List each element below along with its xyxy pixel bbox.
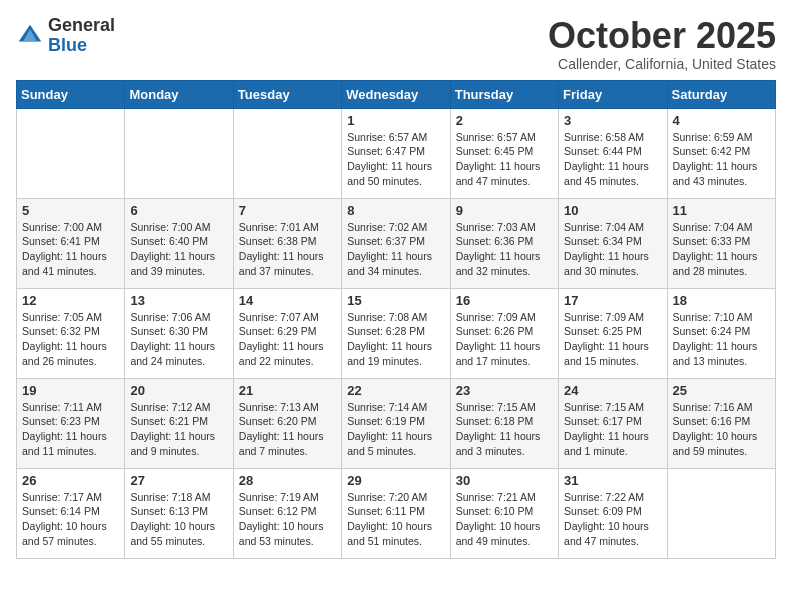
day-info: Sunrise: 7:20 AM Sunset: 6:11 PM Dayligh… <box>347 490 444 549</box>
calendar-week-4: 19Sunrise: 7:11 AM Sunset: 6:23 PM Dayli… <box>17 378 776 468</box>
calendar-cell: 17Sunrise: 7:09 AM Sunset: 6:25 PM Dayli… <box>559 288 667 378</box>
day-info: Sunrise: 7:04 AM Sunset: 6:33 PM Dayligh… <box>673 220 770 279</box>
calendar-cell: 6Sunrise: 7:00 AM Sunset: 6:40 PM Daylig… <box>125 198 233 288</box>
day-info: Sunrise: 7:19 AM Sunset: 6:12 PM Dayligh… <box>239 490 336 549</box>
day-number: 27 <box>130 473 227 488</box>
day-number: 31 <box>564 473 661 488</box>
calendar-cell: 1Sunrise: 6:57 AM Sunset: 6:47 PM Daylig… <box>342 108 450 198</box>
day-info: Sunrise: 7:14 AM Sunset: 6:19 PM Dayligh… <box>347 400 444 459</box>
month-title: October 2025 <box>548 16 776 56</box>
calendar-cell: 29Sunrise: 7:20 AM Sunset: 6:11 PM Dayli… <box>342 468 450 558</box>
calendar-cell: 28Sunrise: 7:19 AM Sunset: 6:12 PM Dayli… <box>233 468 341 558</box>
logo: General Blue <box>16 16 115 56</box>
day-number: 17 <box>564 293 661 308</box>
title-block: October 2025 Callender, California, Unit… <box>548 16 776 72</box>
day-info: Sunrise: 6:57 AM Sunset: 6:47 PM Dayligh… <box>347 130 444 189</box>
day-info: Sunrise: 7:10 AM Sunset: 6:24 PM Dayligh… <box>673 310 770 369</box>
day-info: Sunrise: 7:16 AM Sunset: 6:16 PM Dayligh… <box>673 400 770 459</box>
day-info: Sunrise: 6:57 AM Sunset: 6:45 PM Dayligh… <box>456 130 553 189</box>
day-number: 29 <box>347 473 444 488</box>
day-number: 25 <box>673 383 770 398</box>
calendar-cell: 30Sunrise: 7:21 AM Sunset: 6:10 PM Dayli… <box>450 468 558 558</box>
location: Callender, California, United States <box>548 56 776 72</box>
day-number: 20 <box>130 383 227 398</box>
calendar-cell: 9Sunrise: 7:03 AM Sunset: 6:36 PM Daylig… <box>450 198 558 288</box>
calendar-cell <box>667 468 775 558</box>
day-number: 10 <box>564 203 661 218</box>
day-info: Sunrise: 7:15 AM Sunset: 6:18 PM Dayligh… <box>456 400 553 459</box>
day-header-saturday: Saturday <box>667 80 775 108</box>
day-header-friday: Friday <box>559 80 667 108</box>
day-info: Sunrise: 7:11 AM Sunset: 6:23 PM Dayligh… <box>22 400 119 459</box>
day-info: Sunrise: 7:09 AM Sunset: 6:26 PM Dayligh… <box>456 310 553 369</box>
calendar-cell <box>17 108 125 198</box>
calendar-cell: 26Sunrise: 7:17 AM Sunset: 6:14 PM Dayli… <box>17 468 125 558</box>
calendar-cell: 5Sunrise: 7:00 AM Sunset: 6:41 PM Daylig… <box>17 198 125 288</box>
day-number: 28 <box>239 473 336 488</box>
calendar-cell: 4Sunrise: 6:59 AM Sunset: 6:42 PM Daylig… <box>667 108 775 198</box>
calendar-cell: 3Sunrise: 6:58 AM Sunset: 6:44 PM Daylig… <box>559 108 667 198</box>
day-number: 3 <box>564 113 661 128</box>
day-number: 2 <box>456 113 553 128</box>
day-info: Sunrise: 7:04 AM Sunset: 6:34 PM Dayligh… <box>564 220 661 279</box>
day-number: 11 <box>673 203 770 218</box>
calendar-cell: 7Sunrise: 7:01 AM Sunset: 6:38 PM Daylig… <box>233 198 341 288</box>
day-info: Sunrise: 7:08 AM Sunset: 6:28 PM Dayligh… <box>347 310 444 369</box>
calendar-cell: 2Sunrise: 6:57 AM Sunset: 6:45 PM Daylig… <box>450 108 558 198</box>
day-info: Sunrise: 7:18 AM Sunset: 6:13 PM Dayligh… <box>130 490 227 549</box>
day-info: Sunrise: 7:07 AM Sunset: 6:29 PM Dayligh… <box>239 310 336 369</box>
day-number: 16 <box>456 293 553 308</box>
logo-text: General Blue <box>48 16 115 56</box>
page-header: General Blue October 2025 Callender, Cal… <box>16 16 776 72</box>
day-number: 4 <box>673 113 770 128</box>
calendar-week-1: 1Sunrise: 6:57 AM Sunset: 6:47 PM Daylig… <box>17 108 776 198</box>
calendar-cell: 20Sunrise: 7:12 AM Sunset: 6:21 PM Dayli… <box>125 378 233 468</box>
day-number: 18 <box>673 293 770 308</box>
day-info: Sunrise: 7:00 AM Sunset: 6:41 PM Dayligh… <box>22 220 119 279</box>
day-header-wednesday: Wednesday <box>342 80 450 108</box>
calendar-cell: 23Sunrise: 7:15 AM Sunset: 6:18 PM Dayli… <box>450 378 558 468</box>
day-number: 9 <box>456 203 553 218</box>
calendar-cell: 21Sunrise: 7:13 AM Sunset: 6:20 PM Dayli… <box>233 378 341 468</box>
day-number: 23 <box>456 383 553 398</box>
calendar-week-5: 26Sunrise: 7:17 AM Sunset: 6:14 PM Dayli… <box>17 468 776 558</box>
day-number: 7 <box>239 203 336 218</box>
day-info: Sunrise: 7:09 AM Sunset: 6:25 PM Dayligh… <box>564 310 661 369</box>
day-number: 6 <box>130 203 227 218</box>
calendar-cell: 25Sunrise: 7:16 AM Sunset: 6:16 PM Dayli… <box>667 378 775 468</box>
day-number: 19 <box>22 383 119 398</box>
day-header-sunday: Sunday <box>17 80 125 108</box>
day-number: 13 <box>130 293 227 308</box>
calendar-cell: 18Sunrise: 7:10 AM Sunset: 6:24 PM Dayli… <box>667 288 775 378</box>
day-header-thursday: Thursday <box>450 80 558 108</box>
day-info: Sunrise: 7:12 AM Sunset: 6:21 PM Dayligh… <box>130 400 227 459</box>
day-info: Sunrise: 7:05 AM Sunset: 6:32 PM Dayligh… <box>22 310 119 369</box>
day-info: Sunrise: 7:21 AM Sunset: 6:10 PM Dayligh… <box>456 490 553 549</box>
calendar-cell: 22Sunrise: 7:14 AM Sunset: 6:19 PM Dayli… <box>342 378 450 468</box>
calendar-cell: 11Sunrise: 7:04 AM Sunset: 6:33 PM Dayli… <box>667 198 775 288</box>
calendar-header-row: SundayMondayTuesdayWednesdayThursdayFrid… <box>17 80 776 108</box>
calendar-cell: 16Sunrise: 7:09 AM Sunset: 6:26 PM Dayli… <box>450 288 558 378</box>
day-number: 24 <box>564 383 661 398</box>
day-number: 26 <box>22 473 119 488</box>
day-number: 15 <box>347 293 444 308</box>
day-info: Sunrise: 7:15 AM Sunset: 6:17 PM Dayligh… <box>564 400 661 459</box>
day-info: Sunrise: 7:06 AM Sunset: 6:30 PM Dayligh… <box>130 310 227 369</box>
day-number: 22 <box>347 383 444 398</box>
day-number: 5 <box>22 203 119 218</box>
day-info: Sunrise: 7:22 AM Sunset: 6:09 PM Dayligh… <box>564 490 661 549</box>
calendar-cell: 14Sunrise: 7:07 AM Sunset: 6:29 PM Dayli… <box>233 288 341 378</box>
day-number: 14 <box>239 293 336 308</box>
day-info: Sunrise: 7:01 AM Sunset: 6:38 PM Dayligh… <box>239 220 336 279</box>
day-number: 1 <box>347 113 444 128</box>
calendar-cell: 15Sunrise: 7:08 AM Sunset: 6:28 PM Dayli… <box>342 288 450 378</box>
day-header-monday: Monday <box>125 80 233 108</box>
day-header-tuesday: Tuesday <box>233 80 341 108</box>
calendar-cell: 13Sunrise: 7:06 AM Sunset: 6:30 PM Dayli… <box>125 288 233 378</box>
calendar-cell: 8Sunrise: 7:02 AM Sunset: 6:37 PM Daylig… <box>342 198 450 288</box>
day-info: Sunrise: 7:17 AM Sunset: 6:14 PM Dayligh… <box>22 490 119 549</box>
day-info: Sunrise: 7:02 AM Sunset: 6:37 PM Dayligh… <box>347 220 444 279</box>
calendar-cell: 24Sunrise: 7:15 AM Sunset: 6:17 PM Dayli… <box>559 378 667 468</box>
calendar-table: SundayMondayTuesdayWednesdayThursdayFrid… <box>16 80 776 559</box>
calendar-cell <box>233 108 341 198</box>
